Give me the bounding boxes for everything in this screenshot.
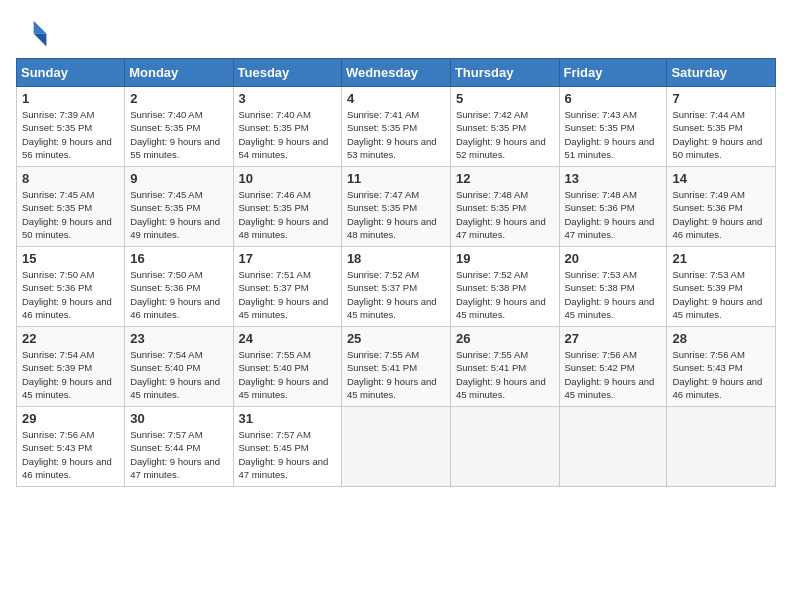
day-number: 18 bbox=[347, 251, 445, 266]
calendar-header-wednesday: Wednesday bbox=[341, 59, 450, 87]
day-number: 20 bbox=[565, 251, 662, 266]
day-number: 19 bbox=[456, 251, 554, 266]
calendar-day-cell: 13Sunrise: 7:48 AMSunset: 5:36 PMDayligh… bbox=[559, 167, 667, 247]
day-info: Sunrise: 7:40 AMSunset: 5:35 PMDaylight:… bbox=[130, 108, 227, 161]
calendar-day-cell: 3Sunrise: 7:40 AMSunset: 5:35 PMDaylight… bbox=[233, 87, 341, 167]
calendar-week-row: 15Sunrise: 7:50 AMSunset: 5:36 PMDayligh… bbox=[17, 247, 776, 327]
calendar-day-cell: 12Sunrise: 7:48 AMSunset: 5:35 PMDayligh… bbox=[450, 167, 559, 247]
day-info: Sunrise: 7:52 AMSunset: 5:37 PMDaylight:… bbox=[347, 268, 445, 321]
day-number: 30 bbox=[130, 411, 227, 426]
calendar-day-cell: 5Sunrise: 7:42 AMSunset: 5:35 PMDaylight… bbox=[450, 87, 559, 167]
day-info: Sunrise: 7:43 AMSunset: 5:35 PMDaylight:… bbox=[565, 108, 662, 161]
day-info: Sunrise: 7:44 AMSunset: 5:35 PMDaylight:… bbox=[672, 108, 770, 161]
day-info: Sunrise: 7:48 AMSunset: 5:35 PMDaylight:… bbox=[456, 188, 554, 241]
calendar-day-cell: 16Sunrise: 7:50 AMSunset: 5:36 PMDayligh… bbox=[125, 247, 233, 327]
calendar-header-thursday: Thursday bbox=[450, 59, 559, 87]
day-number: 10 bbox=[239, 171, 336, 186]
calendar-header-row: SundayMondayTuesdayWednesdayThursdayFrid… bbox=[17, 59, 776, 87]
day-info: Sunrise: 7:45 AMSunset: 5:35 PMDaylight:… bbox=[130, 188, 227, 241]
day-number: 5 bbox=[456, 91, 554, 106]
day-info: Sunrise: 7:57 AMSunset: 5:45 PMDaylight:… bbox=[239, 428, 336, 481]
day-info: Sunrise: 7:46 AMSunset: 5:35 PMDaylight:… bbox=[239, 188, 336, 241]
day-info: Sunrise: 7:55 AMSunset: 5:40 PMDaylight:… bbox=[239, 348, 336, 401]
day-number: 11 bbox=[347, 171, 445, 186]
calendar-day-cell bbox=[667, 407, 776, 487]
calendar-day-cell: 20Sunrise: 7:53 AMSunset: 5:38 PMDayligh… bbox=[559, 247, 667, 327]
day-number: 29 bbox=[22, 411, 119, 426]
day-info: Sunrise: 7:57 AMSunset: 5:44 PMDaylight:… bbox=[130, 428, 227, 481]
calendar-day-cell bbox=[450, 407, 559, 487]
logo-icon bbox=[16, 16, 48, 48]
calendar-day-cell: 27Sunrise: 7:56 AMSunset: 5:42 PMDayligh… bbox=[559, 327, 667, 407]
day-number: 9 bbox=[130, 171, 227, 186]
calendar-day-cell: 1Sunrise: 7:39 AMSunset: 5:35 PMDaylight… bbox=[17, 87, 125, 167]
day-number: 23 bbox=[130, 331, 227, 346]
day-number: 14 bbox=[672, 171, 770, 186]
day-number: 8 bbox=[22, 171, 119, 186]
day-info: Sunrise: 7:42 AMSunset: 5:35 PMDaylight:… bbox=[456, 108, 554, 161]
calendar-day-cell: 17Sunrise: 7:51 AMSunset: 5:37 PMDayligh… bbox=[233, 247, 341, 327]
calendar-day-cell: 25Sunrise: 7:55 AMSunset: 5:41 PMDayligh… bbox=[341, 327, 450, 407]
calendar-day-cell: 8Sunrise: 7:45 AMSunset: 5:35 PMDaylight… bbox=[17, 167, 125, 247]
calendar-week-row: 29Sunrise: 7:56 AMSunset: 5:43 PMDayligh… bbox=[17, 407, 776, 487]
day-number: 2 bbox=[130, 91, 227, 106]
calendar-day-cell: 24Sunrise: 7:55 AMSunset: 5:40 PMDayligh… bbox=[233, 327, 341, 407]
day-info: Sunrise: 7:47 AMSunset: 5:35 PMDaylight:… bbox=[347, 188, 445, 241]
calendar-day-cell: 2Sunrise: 7:40 AMSunset: 5:35 PMDaylight… bbox=[125, 87, 233, 167]
day-number: 16 bbox=[130, 251, 227, 266]
day-info: Sunrise: 7:39 AMSunset: 5:35 PMDaylight:… bbox=[22, 108, 119, 161]
calendar-day-cell: 7Sunrise: 7:44 AMSunset: 5:35 PMDaylight… bbox=[667, 87, 776, 167]
page-header bbox=[16, 16, 776, 48]
calendar-day-cell: 22Sunrise: 7:54 AMSunset: 5:39 PMDayligh… bbox=[17, 327, 125, 407]
day-number: 7 bbox=[672, 91, 770, 106]
day-info: Sunrise: 7:53 AMSunset: 5:38 PMDaylight:… bbox=[565, 268, 662, 321]
logo bbox=[16, 16, 52, 48]
day-info: Sunrise: 7:41 AMSunset: 5:35 PMDaylight:… bbox=[347, 108, 445, 161]
day-info: Sunrise: 7:52 AMSunset: 5:38 PMDaylight:… bbox=[456, 268, 554, 321]
day-number: 31 bbox=[239, 411, 336, 426]
day-number: 21 bbox=[672, 251, 770, 266]
calendar-day-cell: 30Sunrise: 7:57 AMSunset: 5:44 PMDayligh… bbox=[125, 407, 233, 487]
calendar-header-sunday: Sunday bbox=[17, 59, 125, 87]
svg-marker-1 bbox=[34, 34, 47, 47]
calendar-day-cell: 18Sunrise: 7:52 AMSunset: 5:37 PMDayligh… bbox=[341, 247, 450, 327]
day-number: 1 bbox=[22, 91, 119, 106]
calendar-day-cell: 31Sunrise: 7:57 AMSunset: 5:45 PMDayligh… bbox=[233, 407, 341, 487]
day-info: Sunrise: 7:51 AMSunset: 5:37 PMDaylight:… bbox=[239, 268, 336, 321]
day-number: 25 bbox=[347, 331, 445, 346]
calendar-header-friday: Friday bbox=[559, 59, 667, 87]
day-number: 24 bbox=[239, 331, 336, 346]
calendar-day-cell: 4Sunrise: 7:41 AMSunset: 5:35 PMDaylight… bbox=[341, 87, 450, 167]
calendar-table: SundayMondayTuesdayWednesdayThursdayFrid… bbox=[16, 58, 776, 487]
calendar-day-cell: 15Sunrise: 7:50 AMSunset: 5:36 PMDayligh… bbox=[17, 247, 125, 327]
day-info: Sunrise: 7:45 AMSunset: 5:35 PMDaylight:… bbox=[22, 188, 119, 241]
day-info: Sunrise: 7:56 AMSunset: 5:43 PMDaylight:… bbox=[672, 348, 770, 401]
day-info: Sunrise: 7:48 AMSunset: 5:36 PMDaylight:… bbox=[565, 188, 662, 241]
day-info: Sunrise: 7:50 AMSunset: 5:36 PMDaylight:… bbox=[130, 268, 227, 321]
day-number: 6 bbox=[565, 91, 662, 106]
day-number: 17 bbox=[239, 251, 336, 266]
day-info: Sunrise: 7:40 AMSunset: 5:35 PMDaylight:… bbox=[239, 108, 336, 161]
calendar-day-cell: 6Sunrise: 7:43 AMSunset: 5:35 PMDaylight… bbox=[559, 87, 667, 167]
day-info: Sunrise: 7:56 AMSunset: 5:42 PMDaylight:… bbox=[565, 348, 662, 401]
calendar-week-row: 8Sunrise: 7:45 AMSunset: 5:35 PMDaylight… bbox=[17, 167, 776, 247]
calendar-day-cell: 19Sunrise: 7:52 AMSunset: 5:38 PMDayligh… bbox=[450, 247, 559, 327]
day-info: Sunrise: 7:55 AMSunset: 5:41 PMDaylight:… bbox=[347, 348, 445, 401]
day-info: Sunrise: 7:53 AMSunset: 5:39 PMDaylight:… bbox=[672, 268, 770, 321]
calendar-week-row: 1Sunrise: 7:39 AMSunset: 5:35 PMDaylight… bbox=[17, 87, 776, 167]
calendar-day-cell: 26Sunrise: 7:55 AMSunset: 5:41 PMDayligh… bbox=[450, 327, 559, 407]
calendar-week-row: 22Sunrise: 7:54 AMSunset: 5:39 PMDayligh… bbox=[17, 327, 776, 407]
day-info: Sunrise: 7:50 AMSunset: 5:36 PMDaylight:… bbox=[22, 268, 119, 321]
day-number: 27 bbox=[565, 331, 662, 346]
day-number: 28 bbox=[672, 331, 770, 346]
calendar-day-cell bbox=[559, 407, 667, 487]
calendar-day-cell: 29Sunrise: 7:56 AMSunset: 5:43 PMDayligh… bbox=[17, 407, 125, 487]
day-number: 26 bbox=[456, 331, 554, 346]
calendar-day-cell: 28Sunrise: 7:56 AMSunset: 5:43 PMDayligh… bbox=[667, 327, 776, 407]
day-info: Sunrise: 7:54 AMSunset: 5:39 PMDaylight:… bbox=[22, 348, 119, 401]
day-number: 22 bbox=[22, 331, 119, 346]
day-info: Sunrise: 7:56 AMSunset: 5:43 PMDaylight:… bbox=[22, 428, 119, 481]
day-number: 13 bbox=[565, 171, 662, 186]
day-info: Sunrise: 7:55 AMSunset: 5:41 PMDaylight:… bbox=[456, 348, 554, 401]
day-number: 3 bbox=[239, 91, 336, 106]
